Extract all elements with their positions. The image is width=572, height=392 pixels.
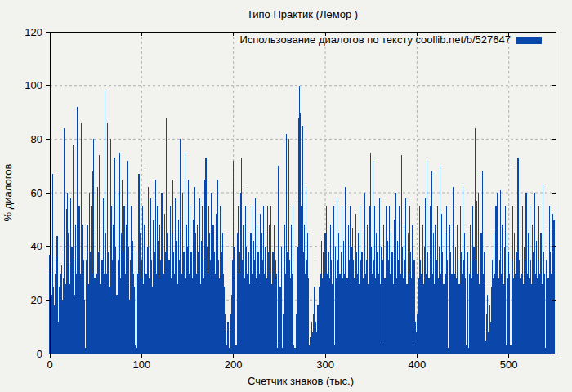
bar [549, 206, 550, 354]
bar [181, 233, 181, 354]
bar [390, 274, 391, 354]
bar [235, 278, 235, 354]
bar [262, 260, 263, 354]
bar [478, 193, 479, 354]
bar [438, 278, 439, 354]
bar [87, 225, 87, 354]
y-tick-label: 80 [31, 133, 42, 145]
bar [233, 161, 234, 354]
bar [78, 247, 78, 354]
bar [147, 247, 148, 354]
bar [547, 278, 548, 354]
bar [382, 345, 382, 354]
bar [272, 252, 273, 354]
bar [339, 274, 340, 354]
bar [503, 284, 503, 354]
bar [336, 278, 337, 354]
bar [331, 260, 332, 354]
bar [186, 225, 187, 354]
bar [431, 172, 432, 354]
bar [294, 348, 295, 354]
bar [445, 274, 446, 354]
bar [271, 284, 272, 354]
bar [120, 278, 121, 354]
bar [137, 274, 138, 354]
bar [504, 247, 505, 354]
bar [128, 247, 129, 354]
bar [483, 274, 484, 354]
bar [380, 284, 381, 354]
bar [131, 206, 132, 354]
bar [450, 252, 451, 354]
bar [229, 348, 230, 354]
bar [440, 166, 440, 354]
bar [398, 260, 399, 354]
bar [104, 274, 105, 354]
bar [155, 180, 156, 354]
bar [168, 260, 169, 354]
bar [308, 278, 309, 354]
bar [373, 260, 374, 354]
bar [284, 225, 285, 354]
bar [507, 233, 507, 354]
bar [306, 187, 306, 354]
bar [111, 206, 112, 354]
bar [510, 345, 511, 354]
bar [232, 260, 233, 354]
bar [365, 274, 366, 354]
bar [391, 252, 392, 354]
bar [161, 193, 162, 354]
bar [67, 193, 68, 354]
bar [516, 252, 517, 354]
bar [246, 247, 247, 354]
legend-swatch [516, 37, 542, 44]
bar [531, 284, 532, 354]
bar [133, 274, 134, 354]
bar [334, 345, 335, 354]
bar [515, 274, 516, 354]
bar [332, 284, 333, 354]
bar [204, 180, 205, 354]
bar [78, 206, 79, 354]
bar [346, 278, 347, 354]
bar [263, 206, 264, 354]
y-tick-label: 20 [31, 294, 42, 306]
bar [279, 287, 280, 354]
bar [387, 274, 387, 354]
bar [156, 274, 157, 354]
bar [261, 284, 261, 354]
bar [527, 274, 528, 354]
bar [374, 206, 375, 354]
bar [447, 260, 448, 354]
bar [114, 158, 115, 354]
bar [202, 206, 203, 354]
bar [127, 284, 127, 354]
bar [172, 233, 172, 354]
bar [83, 278, 83, 354]
bar [268, 252, 269, 354]
bar [112, 260, 113, 354]
bar [94, 278, 95, 354]
x-tick-label: 200 [225, 359, 243, 371]
bar [373, 161, 373, 354]
bar [409, 206, 410, 354]
bar [75, 225, 76, 354]
bar [551, 274, 552, 354]
bar [84, 300, 85, 354]
bar [369, 206, 369, 354]
bar [357, 274, 358, 354]
bar [122, 180, 123, 354]
bar [542, 284, 543, 354]
bar [488, 332, 489, 354]
bar [73, 145, 74, 354]
bar [127, 161, 128, 354]
bar [54, 305, 55, 354]
bar [457, 225, 458, 354]
bar [217, 241, 217, 354]
bar [379, 198, 380, 354]
bar [255, 198, 256, 354]
bar [413, 341, 413, 354]
bar [286, 134, 287, 354]
bar [160, 260, 161, 354]
bar [543, 185, 543, 354]
